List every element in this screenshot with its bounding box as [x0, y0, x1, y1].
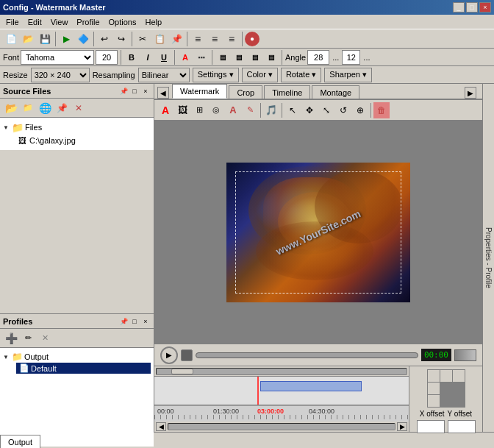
wm-audio-btn[interactable]: 🎵 [263, 102, 279, 118]
ruler-mark-2: 03:00:00 [257, 408, 284, 415]
maximize-button[interactable]: □ [466, 2, 478, 13]
open-button[interactable]: 📂 [20, 31, 36, 47]
color-dropdown[interactable]: Color ▾ [242, 68, 278, 82]
settings-dropdown[interactable]: Settings ▾ [193, 68, 239, 82]
timeline-scroll-left[interactable]: ◀ [156, 422, 166, 431]
hscroll-thumb[interactable] [171, 369, 193, 374]
copy-button[interactable]: 📋 [151, 31, 168, 47]
float-profiles-icon[interactable]: □ [129, 316, 140, 327]
close-source-icon[interactable]: × [140, 86, 151, 96]
remove-profile-btn[interactable]: ✕ [37, 330, 53, 346]
source-remove-btn[interactable]: ✕ [71, 100, 87, 116]
output-folder-item[interactable]: ▼ 📁 Output [3, 351, 151, 363]
add-profile-btn[interactable]: ➕ [3, 330, 19, 346]
undo-button[interactable]: ↩ [96, 31, 112, 47]
align-l[interactable]: ▤ [215, 50, 230, 65]
pin-icon[interactable]: 📌 [118, 86, 129, 96]
properties-sidebar[interactable]: Properties - Profile [482, 84, 494, 432]
tab-watermark[interactable]: Watermark [172, 84, 227, 99]
volume-slider[interactable] [454, 349, 476, 361]
pin-profiles-icon[interactable]: 📌 [118, 316, 129, 327]
tab-nav-left[interactable]: ◀ [157, 87, 169, 99]
underline-button[interactable]: U [157, 50, 171, 65]
menu-options[interactable]: Options [104, 16, 141, 28]
x-offset-input[interactable] [417, 420, 445, 433]
paste-button[interactable]: 📌 [168, 31, 185, 47]
close-button[interactable]: × [479, 2, 491, 13]
close-profiles-icon[interactable]: × [140, 316, 151, 327]
cut-button[interactable]: ✂ [135, 31, 151, 47]
tab-output[interactable]: Output [0, 435, 40, 448]
align-c[interactable]: ▤ [232, 50, 246, 65]
add-profile-button[interactable]: 🔷 [75, 31, 91, 47]
menu-view[interactable]: View [46, 16, 73, 28]
stop-btn[interactable]: ● [245, 32, 259, 46]
align-r[interactable]: ▤ [248, 50, 262, 65]
wm-circle-btn[interactable]: ◎ [208, 102, 224, 118]
wm-resize-btn[interactable]: ⤡ [318, 102, 334, 118]
resampling-select[interactable]: Bilinear [138, 68, 190, 82]
progress-bar[interactable] [196, 352, 418, 358]
wm-text2-btn[interactable]: A [225, 102, 241, 118]
tab-crop[interactable]: Crop [229, 85, 262, 99]
font-select[interactable]: Tahoma [21, 50, 94, 65]
secondary-input[interactable] [342, 50, 360, 65]
tab-montage[interactable]: Montage [312, 85, 359, 99]
timeline-hscroll-top[interactable] [154, 366, 409, 377]
wm-edit-btn[interactable]: ✎ [242, 102, 258, 118]
font-color-A[interactable]: A [178, 50, 193, 65]
menu-edit[interactable]: Edit [24, 16, 46, 28]
sharpen-dropdown[interactable]: Sharpen ▾ [324, 68, 372, 82]
font-size-input[interactable] [96, 50, 118, 65]
font-align-1[interactable]: ▪▪▪ [194, 50, 209, 65]
tab-timeline[interactable]: Timeline [264, 85, 310, 99]
wm-rotate-btn[interactable]: ↺ [335, 102, 351, 118]
wm-move-btn[interactable]: ✥ [301, 102, 318, 118]
menu-help[interactable]: Help [140, 16, 166, 28]
wm-special-btn[interactable]: ⊕ [352, 102, 368, 118]
save-button[interactable]: 💾 [37, 31, 53, 47]
source-globe-btn[interactable]: 🌐 [37, 100, 53, 116]
resize-select[interactable]: 320 × 240 [31, 68, 90, 82]
edit-profile-btn[interactable]: ✏ [20, 330, 36, 346]
new-button[interactable]: 📄 [3, 31, 19, 47]
play-button[interactable]: ▶ [58, 31, 74, 47]
play-pause-button[interactable]: ▶ [160, 346, 178, 364]
bold-button[interactable]: B [124, 50, 139, 65]
list-item[interactable]: 🖼 C:\galaxy.jpg [16, 134, 151, 147]
position-grid [427, 369, 465, 408]
menu-profile[interactable]: Profile [72, 16, 104, 28]
timeline-scroll-right[interactable]: ▶ [397, 422, 407, 431]
float-icon[interactable]: □ [129, 86, 140, 96]
profiles-controls[interactable]: 📌 □ × [118, 316, 151, 327]
wm-delete-btn[interactable]: 🗑 [373, 102, 390, 118]
redo-button[interactable]: ↪ [113, 31, 129, 47]
source-files-controls[interactable]: 📌 □ × [118, 86, 151, 96]
wm-image-btn[interactable]: 🖼 [174, 102, 190, 118]
align-j[interactable]: ▤ [264, 50, 279, 65]
align-center-button[interactable]: ≡ [207, 31, 223, 47]
wm-select-btn[interactable]: ↖ [284, 102, 301, 118]
window-controls[interactable]: _ □ × [453, 2, 491, 13]
menu-file[interactable]: File [1, 16, 24, 28]
source-folder-btn[interactable]: 📂 [3, 100, 19, 116]
source-add-btn[interactable]: 📁 [20, 100, 36, 116]
rotate-dropdown[interactable]: Rotate ▾ [281, 68, 321, 82]
offset-panel: X offset Y offset [409, 366, 482, 432]
italic-button[interactable]: I [140, 50, 155, 65]
stop-button[interactable] [181, 349, 193, 361]
timeline-hscroll-bottom[interactable] [168, 423, 395, 430]
y-offset-input[interactable] [448, 420, 476, 433]
align-left-button[interactable]: ≡ [190, 31, 206, 47]
tab-nav-right[interactable]: ▶ [465, 87, 476, 99]
wm-grid-btn[interactable]: ⊞ [191, 102, 207, 118]
tree-files-root[interactable]: ▼ 📁 Files [3, 121, 151, 134]
hscroll-track[interactable] [156, 368, 407, 375]
default-profile-item[interactable]: 📄 Default [16, 363, 151, 374]
wm-text-btn[interactable]: A [157, 102, 173, 118]
minimize-button[interactable]: _ [453, 2, 465, 13]
font-sep-2 [174, 50, 175, 65]
angle-input[interactable] [307, 50, 329, 65]
source-pin-btn[interactable]: 📌 [54, 100, 70, 116]
align-right-button[interactable]: ≡ [223, 31, 240, 47]
